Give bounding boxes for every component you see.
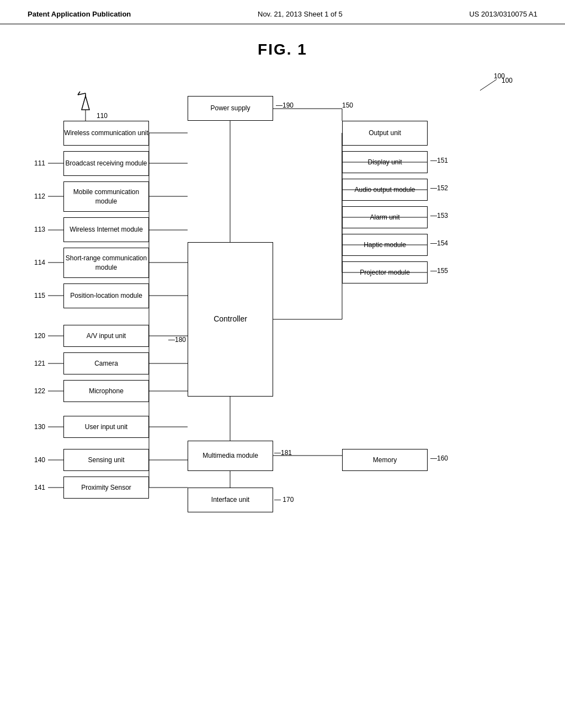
ref-115: 115: [34, 292, 45, 299]
av-input-box: A/V input unit: [63, 325, 149, 347]
svg-line-3: [78, 92, 80, 95]
page: Patent Application Publication Nov. 21, …: [0, 0, 565, 728]
memory-box: Memory: [342, 449, 428, 471]
ref-180: —180: [168, 336, 186, 344]
ref-152: —152: [430, 184, 448, 192]
user-input-box: User input unit: [63, 416, 149, 438]
ref-112: 112: [34, 192, 45, 200]
power-supply-box: Power supply: [188, 96, 273, 121]
wireless-internet-box: Wireless Internet module: [63, 217, 149, 242]
camera-box: Camera: [63, 352, 149, 374]
multimedia-box: Multimedia module: [188, 441, 273, 471]
mobile-box: Mobile communication module: [63, 181, 149, 212]
svg-text:110: 110: [97, 112, 108, 120]
interface-box: Interface unit: [188, 488, 273, 512]
alarm-box: Alarm unit: [342, 206, 428, 228]
ref-151: —151: [430, 157, 448, 164]
display-box: Display unit: [342, 151, 428, 173]
ref-160: —160: [430, 454, 448, 462]
haptic-box: Haptic module: [342, 234, 428, 256]
short-range-box: Short-range communication module: [63, 248, 149, 278]
ref-155: —155: [430, 267, 448, 275]
ref-130: 130: [34, 423, 45, 431]
ref-170: — 170: [274, 496, 294, 504]
ref-121: 121: [34, 360, 45, 367]
header-right: US 2013/0310075 A1: [469, 10, 537, 18]
microphone-box: Microphone: [63, 380, 149, 402]
diagram: FIG. 1 100 Power supply —190 150 Wireles…: [0, 24, 565, 686]
header: Patent Application Publication Nov. 21, …: [0, 0, 565, 24]
broadcast-box: Broadcast receiving module: [63, 151, 149, 176]
fig-title: FIG. 1: [258, 41, 307, 58]
ref-114: 114: [34, 259, 45, 266]
ref-113: 113: [34, 226, 45, 233]
wireless-comm-box: Wireless communication unit: [63, 121, 149, 146]
header-left: Patent Application Publication: [28, 10, 131, 18]
ref-190: —190: [276, 101, 294, 109]
svg-marker-0: [82, 96, 89, 110]
controller-box: Controller: [188, 242, 273, 397]
svg-line-2: [78, 93, 86, 95]
svg-line-6: [480, 79, 497, 90]
proximity-box: Proximity Sensor: [63, 477, 149, 499]
header-center: Nov. 21, 2013 Sheet 1 of 5: [258, 10, 343, 18]
ref-181: —181: [274, 449, 292, 457]
audio-output-box: Audio output module: [342, 179, 428, 201]
ref-141: 141: [34, 484, 45, 491]
ref-154: —154: [430, 239, 448, 247]
ref-140: 140: [34, 456, 45, 464]
projector-box: Projector module: [342, 261, 428, 283]
ref-150: 150: [342, 101, 353, 109]
ref-100: 100: [502, 77, 513, 84]
output-unit-box: Output unit: [342, 121, 428, 146]
ref-120: 120: [34, 332, 45, 340]
ref-153: —153: [430, 212, 448, 220]
ref-111: 111: [34, 159, 45, 167]
ref-122: 122: [34, 387, 45, 395]
sensing-box: Sensing unit: [63, 449, 149, 471]
position-box: Position-location module: [63, 283, 149, 308]
